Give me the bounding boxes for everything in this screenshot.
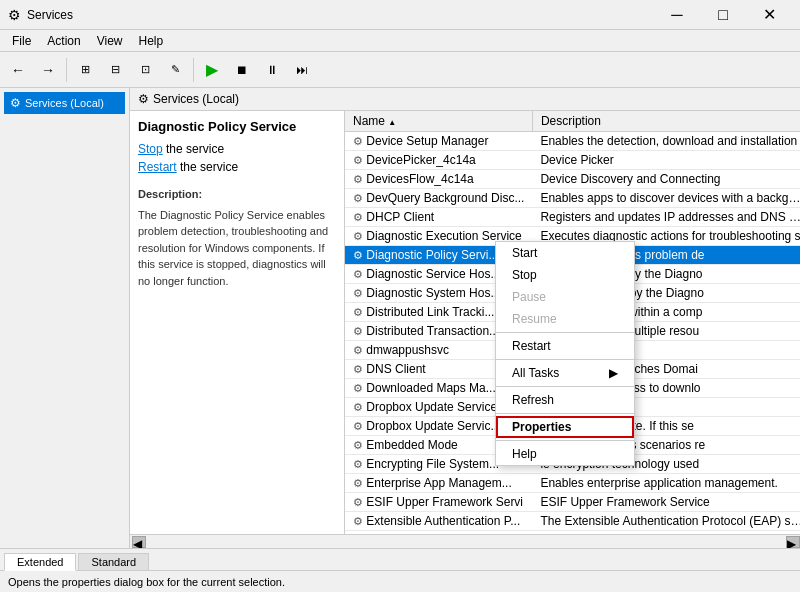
right-panel-icon: ⚙ <box>138 92 149 106</box>
tab-extended[interactable]: Extended <box>4 553 76 571</box>
toolbar: ← → ⊞ ⊟ ⊡ ✎ ▶ ⏹ ⏸ ⏭ <box>0 52 800 88</box>
cell-service-name: ⚙ DevQuery Background Disc... <box>345 189 532 208</box>
ctx-submenu-arrow: ▶ <box>609 366 618 380</box>
cell-service-name: ⚙ DHCP Client <box>345 208 532 227</box>
menu-help[interactable]: Help <box>131 30 172 52</box>
hscroll-track <box>146 536 786 548</box>
title-bar-left: ⚙ Services <box>8 7 73 23</box>
col-name[interactable]: Name ▲ <box>345 111 532 132</box>
left-panel: ⚙ Services (Local) <box>0 88 130 548</box>
cell-service-description: Enables apps to discover devices with a … <box>532 189 800 208</box>
menu-action[interactable]: Action <box>39 30 88 52</box>
ctx-sep-3 <box>496 386 634 387</box>
col-description[interactable]: Description <box>532 111 800 132</box>
cell-service-description: ESIF Upper Framework Service <box>532 493 800 512</box>
cell-service-description: Device Discovery and Connecting <box>532 170 800 189</box>
maximize-button[interactable]: □ <box>700 0 746 30</box>
minimize-button[interactable]: ─ <box>654 0 700 30</box>
ctx-restart[interactable]: Restart <box>496 335 634 357</box>
table-hscroll[interactable]: ◀ ▶ <box>130 534 800 548</box>
right-panel-header: ⚙ Services (Local) <box>130 88 800 111</box>
ctx-refresh[interactable]: Refresh <box>496 389 634 411</box>
start-service-button[interactable]: ▶ <box>198 56 226 84</box>
ctx-all-tasks-label: All Tasks <box>512 366 559 380</box>
service-info-panel: Diagnostic Policy Service Stop the servi… <box>130 111 345 534</box>
main-content: ⚙ Services (Local) ⚙ Services (Local) Di… <box>0 88 800 548</box>
right-panel: ⚙ Services (Local) Diagnostic Policy Ser… <box>130 88 800 548</box>
ctx-all-tasks[interactable]: All Tasks ▶ <box>496 362 634 384</box>
stop-link-line: Stop the service <box>138 142 336 156</box>
ctx-properties[interactable]: Properties <box>496 416 634 438</box>
cell-service-name: ⚙ ESIF Upper Framework Servi <box>345 493 532 512</box>
tab-bar: Extended Standard <box>0 548 800 570</box>
title-bar: ⚙ Services ─ □ ✕ <box>0 0 800 30</box>
toolbar-btn-3[interactable]: ⊡ <box>131 56 159 84</box>
description-label: Description: <box>138 186 336 203</box>
ctx-sep-4 <box>496 413 634 414</box>
left-panel-title: Services (Local) <box>25 97 104 109</box>
window-title: Services <box>27 8 73 22</box>
toolbar-btn-2[interactable]: ⊟ <box>101 56 129 84</box>
hscroll-right[interactable]: ▶ <box>786 536 800 548</box>
back-button[interactable]: ← <box>4 56 32 84</box>
table-row[interactable]: ⚙ DevicePicker_4c14aDevice Picker <box>345 151 800 170</box>
ctx-help[interactable]: Help <box>496 443 634 465</box>
table-row[interactable]: ⚙ DHCP ClientRegisters and updates IP ad… <box>345 208 800 227</box>
ctx-sep-2 <box>496 359 634 360</box>
cell-service-description: Enables the detection, download and inst… <box>532 132 800 151</box>
ctx-resume: Resume <box>496 308 634 330</box>
table-row[interactable]: ⚙ Device Setup ManagerEnables the detect… <box>345 132 800 151</box>
service-name-heading: Diagnostic Policy Service <box>138 119 336 134</box>
service-description-panel: Description: The Diagnostic Policy Servi… <box>138 186 336 289</box>
cell-service-name: ⚙ Device Setup Manager <box>345 132 532 151</box>
table-row[interactable]: ⚙ DevicesFlow_4c14aDevice Discovery and … <box>345 170 800 189</box>
cell-service-description: The Extensible Authentication Protocol (… <box>532 512 800 531</box>
table-row[interactable]: ⚙ ESIF Upper Framework ServiESIF Upper F… <box>345 493 800 512</box>
toolbar-btn-4[interactable]: ✎ <box>161 56 189 84</box>
cell-service-name: ⚙ Extensible Authentication P... <box>345 512 532 531</box>
table-header-row: Name ▲ Description <box>345 111 800 132</box>
cell-service-name: ⚙ DevicePicker_4c14a <box>345 151 532 170</box>
toolbar-btn-1[interactable]: ⊞ <box>71 56 99 84</box>
toolbar-sep-1 <box>66 58 67 82</box>
cell-service-name: ⚙ Enterprise App Managem... <box>345 474 532 493</box>
cell-service-description: Registers and updates IP addresses and D… <box>532 208 800 227</box>
close-button[interactable]: ✕ <box>746 0 792 30</box>
right-panel-title: Services (Local) <box>153 92 239 106</box>
ctx-start[interactable]: Start <box>496 242 634 264</box>
forward-button[interactable]: → <box>34 56 62 84</box>
status-bar: Opens the properties dialog box for the … <box>0 570 800 592</box>
table-row[interactable]: ⚙ Enterprise App Managem...Enables enter… <box>345 474 800 493</box>
left-panel-icon: ⚙ <box>10 96 21 110</box>
cell-service-name: ⚙ DevicesFlow_4c14a <box>345 170 532 189</box>
ctx-sep-1 <box>496 332 634 333</box>
app-icon: ⚙ <box>8 7 21 23</box>
pause-service-button[interactable]: ⏸ <box>258 56 286 84</box>
status-text: Opens the properties dialog box for the … <box>8 576 285 588</box>
restart-service-button[interactable]: ⏭ <box>288 56 316 84</box>
content-area: Diagnostic Policy Service Stop the servi… <box>130 111 800 534</box>
ctx-pause: Pause <box>496 286 634 308</box>
title-bar-controls: ─ □ ✕ <box>654 0 792 30</box>
menu-file[interactable]: File <box>4 30 39 52</box>
menu-view[interactable]: View <box>89 30 131 52</box>
services-table-container[interactable]: Name ▲ Description ⚙ Device Setup Manage… <box>345 111 800 534</box>
table-row[interactable]: ⚙ Extensible Authentication P...The Exte… <box>345 512 800 531</box>
toolbar-sep-2 <box>193 58 194 82</box>
description-text: The Diagnostic Policy Service enables pr… <box>138 207 336 290</box>
ctx-stop[interactable]: Stop <box>496 264 634 286</box>
ctx-sep-5 <box>496 440 634 441</box>
table-row[interactable]: ⚙ DevQuery Background Disc...Enables app… <box>345 189 800 208</box>
menu-bar: File Action View Help <box>0 30 800 52</box>
cell-service-description: Enables enterprise application managemen… <box>532 474 800 493</box>
hscroll-left[interactable]: ◀ <box>132 536 146 548</box>
restart-service-link[interactable]: Restart <box>138 160 177 174</box>
stop-label-text: the service <box>166 142 224 156</box>
stop-service-button[interactable]: ⏹ <box>228 56 256 84</box>
restart-label-text: the service <box>180 160 238 174</box>
left-panel-header: ⚙ Services (Local) <box>4 92 125 114</box>
cell-service-description: Device Picker <box>532 151 800 170</box>
tab-standard[interactable]: Standard <box>78 553 149 570</box>
context-menu: Start Stop Pause Resume Restart All Task… <box>495 241 635 466</box>
stop-service-link[interactable]: Stop <box>138 142 163 156</box>
